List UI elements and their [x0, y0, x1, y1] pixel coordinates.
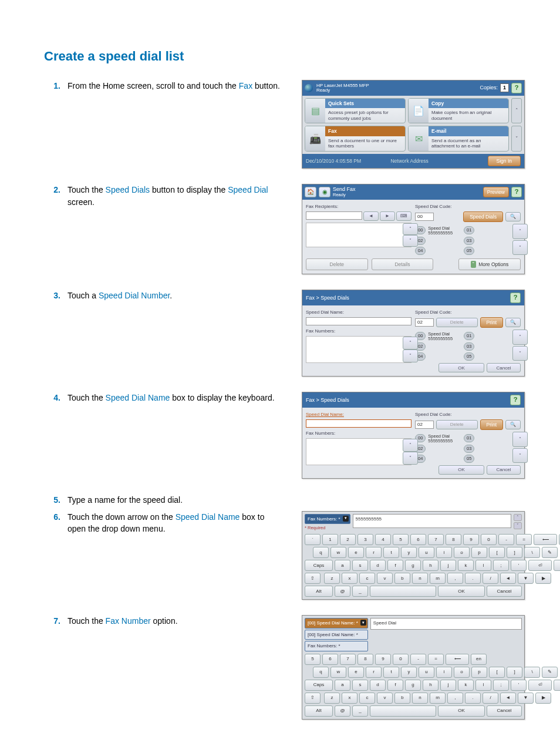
copies-field[interactable]: 1 — [500, 83, 509, 92]
key[interactable]: v — [377, 573, 393, 584]
key[interactable]: l — [475, 680, 491, 691]
chevron-down-icon[interactable]: ▾ — [343, 516, 349, 522]
speed-dial-name-input[interactable] — [306, 317, 411, 325]
at-key[interactable]: @ — [335, 586, 350, 597]
key[interactable]: / — [483, 573, 498, 584]
delete-button[interactable]: Delete — [436, 318, 478, 327]
key[interactable]: z — [324, 573, 340, 584]
key[interactable]: h — [423, 560, 438, 571]
cancel-button[interactable]: Cancel — [487, 465, 521, 475]
ok-button[interactable]: OK — [438, 465, 484, 475]
key[interactable]: k — [458, 560, 474, 571]
key[interactable]: 8 — [446, 534, 461, 545]
key[interactable]: w — [330, 547, 346, 558]
key[interactable]: u — [419, 667, 434, 678]
cancel-button[interactable]: Cancel — [487, 363, 521, 372]
key[interactable]: b — [394, 693, 410, 704]
key[interactable]: p — [471, 547, 487, 558]
ok-button[interactable]: OK — [438, 363, 484, 372]
scroll-down-icon[interactable]: ˅ — [512, 346, 528, 361]
key[interactable]: ' — [511, 680, 527, 691]
scroll-up-icon[interactable]: ˄ — [511, 98, 522, 124]
arrow-down-key[interactable]: ▼ — [518, 573, 534, 584]
tile-fax[interactable]: 📠 FaxSend a document to one or more fax … — [305, 126, 406, 152]
search-icon[interactable]: 🔍 — [505, 212, 521, 221]
key[interactable]: 6 — [410, 534, 426, 545]
key[interactable]: 2 — [340, 534, 356, 545]
caps-key[interactable]: Caps — [305, 560, 333, 571]
recipient-input[interactable] — [306, 211, 362, 220]
help-icon[interactable]: ? — [511, 83, 522, 93]
sd-05[interactable]: 05 — [464, 247, 474, 255]
help-icon[interactable]: ? — [510, 395, 521, 405]
clear-key[interactable]: ✎ — [542, 547, 558, 558]
key[interactable]: v — [377, 693, 393, 704]
key[interactable]: e — [348, 667, 364, 678]
key[interactable]: i — [436, 547, 452, 558]
key[interactable]: 6 — [322, 654, 338, 665]
sign-in-button[interactable]: Sign In — [488, 156, 521, 166]
key[interactable]: f — [387, 680, 403, 691]
key[interactable]: ; — [493, 680, 509, 691]
key[interactable]: 8 — [357, 654, 373, 665]
scroll-down-icon[interactable]: ˅ — [514, 522, 522, 529]
alt-key[interactable]: Alt — [305, 586, 333, 597]
arrow-down-key[interactable]: ▼ — [518, 693, 534, 704]
key[interactable]: a — [335, 680, 350, 691]
scroll-up-icon[interactable]: ˄ — [403, 223, 418, 235]
ok-button[interactable]: OK — [438, 586, 485, 597]
key[interactable]: l — [475, 560, 491, 571]
key[interactable]: m — [430, 693, 446, 704]
key[interactable]: d — [370, 680, 386, 691]
key[interactable]: u — [419, 547, 434, 558]
shift-key[interactable]: ⇧ — [305, 573, 321, 584]
tile-email[interactable]: ✉ E-mailSend a document as an attachment… — [408, 126, 509, 152]
key[interactable]: b — [394, 573, 410, 584]
enter-key[interactable]: ⏎ — [528, 680, 552, 691]
scroll-down-icon[interactable]: ˅ — [511, 126, 522, 152]
arrow-right-key[interactable]: ▶ — [535, 693, 551, 704]
search-icon[interactable]: 🔍 — [505, 420, 521, 429]
tile-quick-sets[interactable]: ▤ Quick SetsAccess preset job options fo… — [305, 98, 406, 124]
key[interactable]: z — [324, 693, 340, 704]
dropdown-item[interactable]: [00] Speed Dial Name: * — [305, 630, 368, 640]
key[interactable]: g — [405, 680, 421, 691]
key[interactable]: ` — [305, 534, 321, 545]
key[interactable]: . — [465, 693, 481, 704]
key[interactable]: [ — [489, 667, 505, 678]
ok-button[interactable]: OK — [438, 705, 485, 717]
scroll-down-icon[interactable]: ˅ — [403, 350, 418, 362]
scroll-up-icon[interactable]: ˄ — [403, 337, 418, 350]
key[interactable]: \ — [524, 547, 540, 558]
key[interactable]: t — [383, 547, 399, 558]
key[interactable]: s — [352, 560, 368, 571]
key[interactable]: m — [430, 573, 446, 584]
text-input[interactable]: Speed Dial — [370, 618, 522, 630]
print-button[interactable]: Print — [480, 317, 503, 328]
key[interactable]: w — [330, 667, 346, 678]
clear-key[interactable]: ✎ — [542, 667, 558, 678]
start-icon[interactable]: ◉ — [319, 187, 330, 197]
key[interactable]: ; — [493, 560, 509, 571]
key[interactable]: = — [516, 534, 532, 545]
speed-dial-code-input[interactable]: 00 — [415, 213, 434, 221]
field-dropdown[interactable]: [00] Speed Dial Name: *▾ — [305, 618, 368, 629]
home-icon[interactable]: 🏠 — [305, 187, 316, 197]
key[interactable]: \ — [524, 667, 540, 678]
chevron-down-icon[interactable]: ▾ — [360, 620, 366, 626]
key[interactable]: e — [348, 547, 364, 558]
backspace-key[interactable]: ⟵ — [446, 654, 469, 665]
key[interactable]: o — [454, 667, 470, 678]
scroll-down-icon[interactable]: ˅ — [512, 240, 528, 256]
key[interactable]: r — [366, 547, 382, 558]
arrow-up-key[interactable]: ▲ — [554, 680, 560, 691]
speed-dial-name-input[interactable] — [306, 419, 411, 428]
key[interactable]: j — [440, 680, 456, 691]
underscore-key[interactable]: _ — [352, 705, 368, 717]
network-address-button[interactable]: Network Address — [390, 157, 428, 164]
sd-01[interactable]: 01 — [464, 226, 474, 234]
key[interactable]: k — [458, 680, 474, 691]
key[interactable]: 9 — [375, 654, 391, 665]
cancel-button[interactable]: Cancel — [487, 705, 522, 717]
text-input[interactable]: 5555555555 — [353, 514, 511, 528]
